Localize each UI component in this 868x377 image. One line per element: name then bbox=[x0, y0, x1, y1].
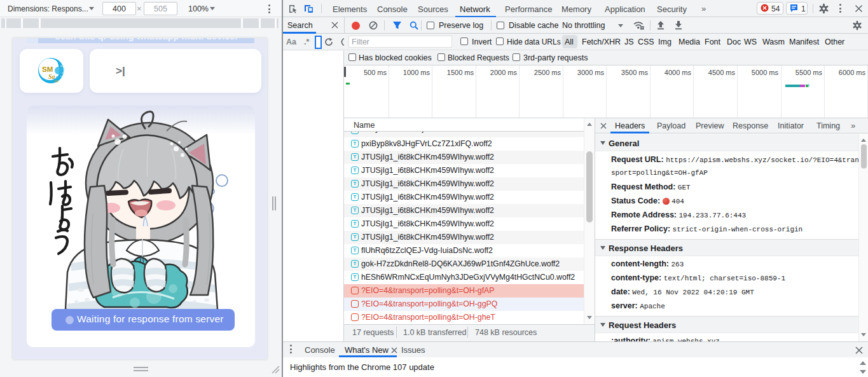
svg-text:SM: SM bbox=[42, 65, 53, 73]
svg-text:ng: ng bbox=[54, 78, 59, 83]
